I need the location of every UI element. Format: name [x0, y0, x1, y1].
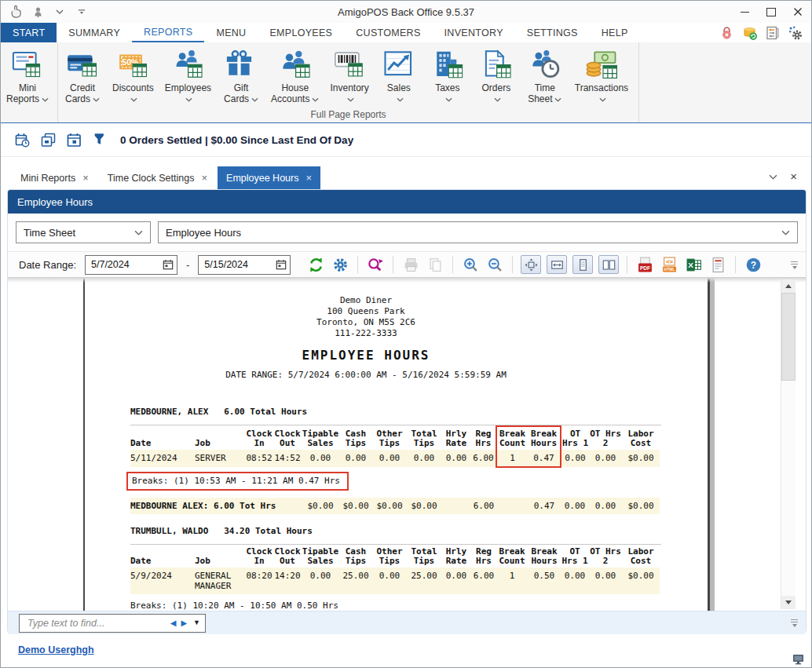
report-cell: 0.47 — [528, 498, 561, 514]
find-input[interactable] — [26, 617, 166, 630]
help-icon[interactable] — [744, 255, 763, 274]
two-pages-icon[interactable] — [598, 255, 619, 274]
menu-item-employees[interactable]: EMPLOYEES — [258, 23, 344, 42]
filter-funnel-icon[interactable] — [93, 133, 108, 148]
scrollbar-thumb[interactable] — [781, 293, 796, 381]
orders-status-bar: 0 Orders Settled | $0.00 Since Last End … — [1, 124, 811, 157]
column-header: Labor Cost — [622, 545, 660, 568]
date-from-input[interactable] — [86, 259, 159, 270]
column-header: Break Hours — [528, 426, 561, 450]
report-name-dropdown[interactable]: Employee Hours — [158, 221, 798, 243]
find-options-icon[interactable]: ▼ — [193, 619, 200, 626]
quick-preview-icon[interactable] — [366, 255, 385, 274]
ribbon-item-label: GiftCards — [224, 82, 258, 104]
report-cell: 0.00 — [589, 568, 622, 594]
calendar-picker-icon[interactable] — [159, 256, 177, 274]
export-report-icon[interactable] — [708, 255, 727, 274]
report-category-dropdown[interactable]: Time Sheet — [16, 221, 151, 243]
maximize-icon[interactable] — [758, 2, 785, 22]
toolbar-overflow-icon[interactable] — [791, 261, 803, 269]
gear-icon[interactable] — [331, 255, 349, 274]
news-settings-icon[interactable] — [765, 25, 781, 41]
ribbon-item-orders[interactable]: Orders — [472, 47, 521, 106]
print-icon[interactable] — [401, 255, 420, 274]
report-cell: 6.00 — [471, 450, 496, 467]
tabs-close-icon[interactable]: × — [790, 170, 797, 182]
pin-icon[interactable] — [31, 5, 45, 19]
report-cell: 0.00 — [589, 450, 622, 467]
ribbon-item-credit-cards[interactable]: CreditCards — [58, 47, 107, 106]
ribbon-item-time-sheet[interactable]: TimeSheet — [521, 47, 569, 106]
export-excel-icon[interactable] — [684, 255, 703, 274]
current-user-link[interactable]: Demo Userghgh — [18, 644, 94, 655]
find-prev-icon[interactable]: ◀ — [170, 619, 177, 627]
tab-employee-hours[interactable]: Employee Hours × — [218, 166, 320, 189]
report-cell: $0.00 — [622, 498, 660, 514]
find-next-icon[interactable]: ▶ — [181, 619, 187, 627]
fit-page-icon[interactable] — [521, 255, 541, 274]
display-settings-icon[interactable] — [792, 654, 805, 665]
calendar-day-icon[interactable] — [67, 133, 82, 148]
tab-close-icon[interactable]: × — [82, 173, 89, 183]
refresh-icon[interactable] — [306, 255, 325, 274]
zoom-out-icon[interactable] — [485, 255, 504, 274]
copy-pages-icon[interactable] — [426, 255, 444, 274]
minimize-icon[interactable] — [731, 2, 758, 22]
menu-item-reports[interactable]: REPORTS — [132, 23, 204, 42]
menu-item-help[interactable]: HELP — [590, 23, 640, 42]
tab-time-clock-settings[interactable]: Time Clock Settings × — [99, 166, 216, 189]
ribbon-item-sales[interactable]: Sales — [375, 47, 423, 106]
dropdown-chevron-icon[interactable] — [53, 5, 67, 19]
calendar-stack-icon[interactable] — [41, 133, 56, 148]
export-pdf-icon[interactable] — [635, 255, 654, 274]
ribbon-item-mini-reports[interactable]: MiniReports — [1, 47, 54, 106]
date-to-input[interactable] — [199, 259, 272, 270]
ribbon-item-gift-cards[interactable]: GiftCards — [217, 47, 265, 106]
orders-status-text: 0 Orders Settled | $0.00 Since Last End … — [120, 134, 353, 146]
ribbon-item-transactions[interactable]: Transactions — [569, 47, 634, 106]
ribbon-item-inventory[interactable]: Inventory — [324, 47, 374, 106]
ribbon-item-house-accounts[interactable]: HouseAccounts — [265, 47, 324, 106]
touch-mode-icon[interactable] — [9, 5, 23, 19]
single-page-icon[interactable] — [572, 255, 593, 274]
tabs-dropdown-icon[interactable] — [769, 169, 777, 183]
backup-refresh-icon[interactable] — [742, 25, 758, 41]
menu-item-customers[interactable]: CUSTOMERS — [344, 23, 432, 42]
scroll-down-icon[interactable] — [781, 596, 796, 609]
calendar-clock-icon[interactable] — [15, 133, 30, 148]
report-viewer[interactable]: Demo Diner 100 Queens Park Toronto, ON M… — [8, 278, 806, 611]
ribbon-item-discounts[interactable]: Discounts — [107, 47, 159, 106]
tab-close-icon[interactable]: × — [305, 173, 312, 183]
vertical-scrollbar[interactable] — [781, 279, 796, 609]
ribbon-item-label: Employees — [165, 82, 211, 104]
report-cell: 5/11/2024 — [130, 450, 195, 467]
orders-icon — [481, 49, 512, 80]
discounts-icon — [117, 49, 148, 80]
scroll-up-icon[interactable] — [781, 279, 796, 293]
menu-item-inventory[interactable]: INVENTORY — [433, 23, 515, 42]
chevron-down-icon — [185, 97, 192, 102]
services-gear-icon[interactable] — [788, 25, 803, 41]
ribbon-item-taxes[interactable]: Taxes — [423, 47, 472, 106]
tab-mini-reports[interactable]: Mini Reports × — [12, 166, 97, 189]
table-row: 5/11/2024SERVER08:5214:520.000.000.000.0… — [130, 450, 660, 467]
zoom-in-icon[interactable] — [461, 255, 480, 274]
menu-item-settings[interactable]: SETTINGS — [515, 23, 590, 42]
fit-width-icon[interactable] — [547, 255, 567, 274]
resize-grip-icon[interactable] — [791, 619, 799, 627]
report-cell: 0.00 — [441, 568, 471, 594]
customize-toolbar-icon[interactable] — [75, 5, 89, 19]
menu-item-menu[interactable]: MENU — [204, 23, 258, 42]
lock-icon[interactable] — [719, 25, 735, 41]
close-icon[interactable] — [785, 2, 811, 22]
menu-item-start[interactable]: START — [1, 23, 57, 42]
calendar-picker-icon[interactable] — [272, 256, 290, 274]
export-html-icon[interactable] — [660, 255, 678, 274]
report-cell: $0.00 — [622, 450, 660, 467]
menu-item-summary[interactable]: SUMMARY — [57, 23, 132, 42]
ribbon-item-employees[interactable]: Employees — [159, 47, 217, 106]
ribbon-item-label: Inventory — [330, 82, 368, 104]
date-range-label: Date Range: — [19, 259, 76, 271]
tab-close-icon[interactable]: × — [201, 173, 207, 183]
column-header: Cash Tips — [339, 426, 372, 450]
